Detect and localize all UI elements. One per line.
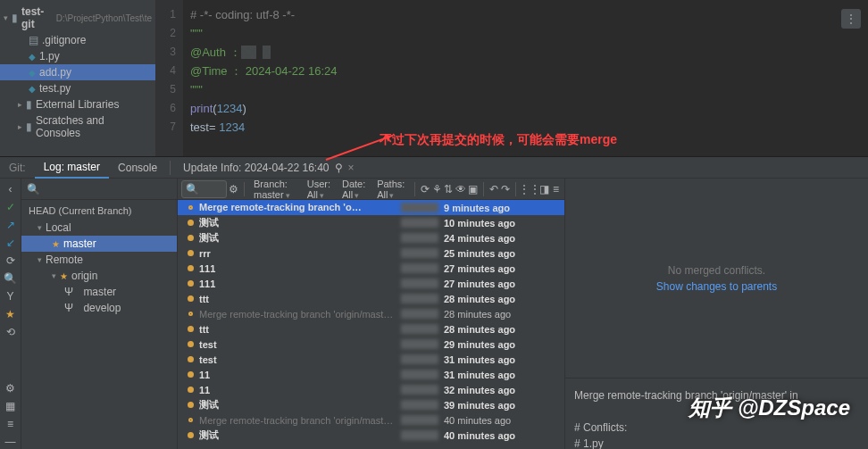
file-gitignore[interactable]: ▤ .gitignore [0,32,155,48]
close-icon[interactable]: × [348,162,355,174]
file-1-py[interactable]: ◆ 1.py [0,48,155,64]
commit-message: ttt [199,294,396,304]
push-icon[interactable]: ↗ [4,218,18,232]
scratch-icon: ▮ [26,121,32,133]
commit-message: test [199,339,396,350]
remote-origin[interactable]: ▾★origin [21,268,177,284]
commit-dot-icon [188,341,194,347]
commit-author [401,233,438,243]
commit-time: 27 minutes ago [444,263,542,274]
history-icon[interactable]: ⟲ [4,325,18,339]
commit-message: Merge remote-tracking branch 'origin/mas… [199,415,396,426]
branch-filter-input[interactable] [40,183,174,195]
commit-row[interactable]: rrr 25 minutes ago [178,245,564,261]
refresh-icon[interactable]: ⟳ [421,181,430,197]
compare-icon[interactable]: ⇅ [444,181,454,197]
commit-message: 11 [199,385,396,395]
commit-row[interactable]: Merge remote-tracking branch 'origin/mas… [178,412,564,428]
commit-dot-icon [188,312,193,316]
search-icon[interactable]: 🔍 [4,271,18,286]
commit-message: 111 [199,279,396,289]
back-icon[interactable]: ‹ [4,182,18,196]
commit-row[interactable]: test 29 minutes ago [178,337,564,352]
remote-branch-develop[interactable]: Ψ develop [21,300,177,316]
branch-filter[interactable]: Branch: master▾ [250,179,302,200]
commit-time: 24 minutes ago [444,233,542,244]
commit-search-input[interactable]: 🔍 [181,180,227,198]
commit-message: rrr [199,248,396,259]
show-changes-link[interactable]: Show changes to parents [656,280,777,293]
tab-log-master[interactable]: Log: master [35,157,109,179]
commit-row[interactable]: 11 32 minutes ago [178,382,564,397]
commit-row[interactable]: Merge remote-tracking branch 'origin/mas… [178,306,564,321]
commits-toolbar: 🔍 ⚙ Branch: master▾ User: All▾ Date: All… [178,179,564,200]
code-editor[interactable]: 1234567 # -*- coding: utf-8 -*- """ @Aut… [156,0,868,156]
project-root-folder[interactable]: ▾ ▮ test-git D:\ProjectPython\Test\te [0,4,155,32]
commit-details-panel: No merged conflicts. Show changes to par… [564,179,868,449]
file-test-py[interactable]: ◆ test.py [0,80,155,96]
commit-row[interactable]: 111 27 minutes ago [178,276,564,291]
head-current-branch[interactable]: HEAD (Current Branch) [21,202,177,220]
expand-icon[interactable]: ◨ [539,181,549,197]
commits-list[interactable]: Merge remote-tracking branch 'oorigin & … [178,200,564,449]
local-branch-master[interactable]: ★master [21,236,177,252]
star-icon[interactable]: ★ [4,307,18,321]
fetch-icon[interactable]: ⟳ [4,254,18,268]
tab-update-info[interactable]: Update Info: 2024-04-22 16:40 ⚲ × [174,158,363,178]
more-options-button[interactable]: ⋮ [841,9,861,29]
minimize-icon[interactable]: — [4,435,18,449]
commit-row[interactable]: test 31 minutes ago [178,352,564,367]
commit-dot-icon [188,371,194,378]
scratches-and-consoles[interactable]: ▸ ▮ Scratches and Consoles [0,112,155,141]
gear-icon[interactable]: ⚙ [4,381,18,395]
pointer-icon[interactable]: ▣ [468,181,478,197]
undo-icon[interactable]: ↶ [489,181,499,197]
branch-icon[interactable]: Y [4,289,18,303]
tab-console[interactable]: Console [109,158,166,178]
git-side-toolbar: ‹ ✓ ↗ ↙ ⟳ 🔍 Y ★ ⟲ ⚙ ▦ ≡ — [0,179,21,449]
commit-row[interactable]: 11 31 minutes ago [178,367,564,382]
paths-filter[interactable]: Paths: All▾ [373,179,409,200]
chevron-right-icon: ▸ [18,122,22,131]
remote-branches-group[interactable]: ▾Remote [21,252,177,268]
commit-row[interactable]: Merge remote-tracking branch 'oorigin & … [178,200,564,215]
layout-icon[interactable]: ▦ [4,399,18,413]
pin-icon[interactable]: ⚲ [335,162,343,174]
redo-icon[interactable]: ↷ [500,181,510,197]
options-icon[interactable]: ⋮⋮ [522,181,538,197]
local-branches-group[interactable]: ▾Local [21,220,177,236]
gear-icon[interactable]: ⚙ [229,182,238,196]
code-line: @Auth ：XX X [190,43,861,62]
commit-row[interactable]: ttt 28 minutes ago [178,291,564,306]
view-icon[interactable]: 👁 [455,181,466,197]
file-add-py[interactable]: ◆ add.py [0,64,155,80]
commit-time: 28 minutes ago [444,324,542,335]
chevron-down-icon: ▾ [4,13,8,22]
user-filter[interactable]: User: All▾ [304,179,337,200]
commit-time: 29 minutes ago [444,339,542,350]
commit-author [401,339,438,349]
commit-dot-icon [188,205,193,210]
commit-icon[interactable]: ✓ [4,200,18,214]
commit-row[interactable]: ttt 28 minutes ago [178,321,564,337]
project-tree[interactable]: ▾ ▮ test-git D:\ProjectPython\Test\te ▤ … [0,0,156,156]
commit-author [401,354,438,364]
commit-row[interactable]: 测试 10 minutes ago [178,215,564,230]
remote-branch-master[interactable]: Ψ master [21,284,177,300]
settings-icon[interactable]: ≡ [551,181,561,197]
commit-row[interactable]: 测试 39 minutes ago [178,397,564,412]
code-line: print(1234) [190,99,861,118]
commit-dot-icon [188,432,194,438]
sort-icon[interactable]: ≡ [4,417,18,431]
commit-author [401,248,438,258]
commit-dot-icon [188,250,194,256]
commit-dot-icon [188,402,194,408]
cherry-pick-icon[interactable]: ⚘ [432,181,442,197]
commit-row[interactable]: 111 27 minutes ago [178,261,564,276]
external-libraries[interactable]: ▸ ▮ External Libraries [0,96,155,112]
commit-row[interactable]: 测试 24 minutes ago [178,230,564,245]
code-line: # -*- coding: utf-8 -*- [190,5,861,24]
date-filter[interactable]: Date: All▾ [338,179,371,200]
commit-row[interactable]: 测试 40 minutes ago [178,428,564,443]
pull-icon[interactable]: ↙ [4,236,18,250]
